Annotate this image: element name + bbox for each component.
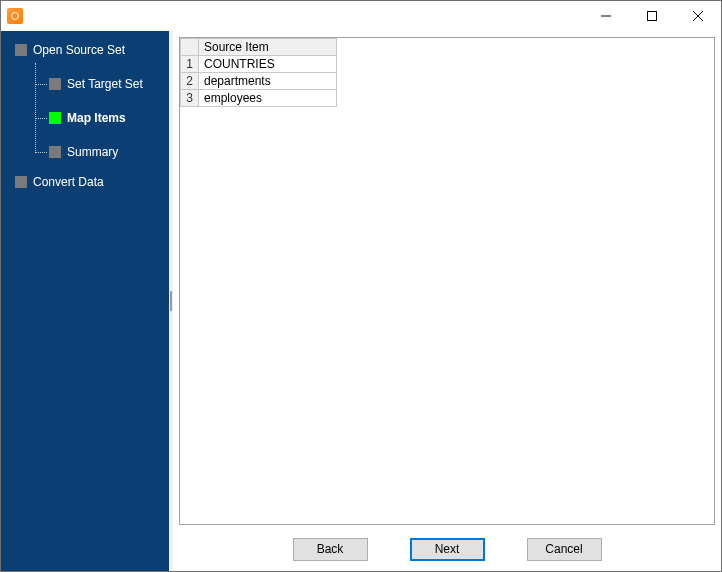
- step-node-icon: [15, 44, 27, 56]
- step-label: Summary: [67, 145, 118, 159]
- step-label: Convert Data: [33, 175, 104, 189]
- titlebar: [1, 1, 721, 31]
- source-items-grid[interactable]: Source Item 1COUNTRIES2departments3emplo…: [179, 37, 715, 525]
- step-node-icon: [49, 78, 61, 90]
- svg-rect-1: [648, 12, 657, 21]
- wizard-steps-sidebar: Open Source SetSet Target SetMap ItemsSu…: [1, 31, 169, 571]
- cancel-button[interactable]: Cancel: [527, 538, 602, 561]
- table-row[interactable]: 1COUNTRIES: [181, 56, 337, 73]
- close-icon: [693, 11, 703, 21]
- back-button[interactable]: Back: [293, 538, 368, 561]
- source-item-cell[interactable]: COUNTRIES: [199, 56, 337, 73]
- wizard-window: Open Source SetSet Target SetMap ItemsSu…: [0, 0, 722, 572]
- maximize-icon: [647, 11, 657, 21]
- row-number: 3: [181, 90, 199, 107]
- app-icon: [7, 8, 23, 24]
- wizard-step-open-source-set[interactable]: Open Source Set: [15, 39, 169, 61]
- close-button[interactable]: [675, 1, 721, 31]
- minimize-button[interactable]: [583, 1, 629, 31]
- source-item-cell[interactable]: employees: [199, 90, 337, 107]
- step-node-icon: [49, 112, 61, 124]
- table-row[interactable]: 3employees: [181, 90, 337, 107]
- step-label: Map Items: [67, 111, 126, 125]
- wizard-buttons: Back Next Cancel: [179, 525, 715, 565]
- wizard-step-set-target-set[interactable]: Set Target Set: [49, 73, 169, 95]
- source-item-cell[interactable]: departments: [199, 73, 337, 90]
- wizard-step-summary[interactable]: Summary: [49, 141, 169, 163]
- row-number: 2: [181, 73, 199, 90]
- step-node-icon: [15, 176, 27, 188]
- grid-corner: [181, 39, 199, 56]
- maximize-button[interactable]: [629, 1, 675, 31]
- main-panel: Source Item 1COUNTRIES2departments3emplo…: [173, 31, 721, 571]
- step-label: Set Target Set: [67, 77, 143, 91]
- wizard-step-map-items[interactable]: Map Items: [49, 107, 169, 129]
- wizard-step-convert-data[interactable]: Convert Data: [15, 171, 169, 193]
- step-label: Open Source Set: [33, 43, 125, 57]
- minimize-icon: [601, 11, 611, 21]
- table-row[interactable]: 2departments: [181, 73, 337, 90]
- next-button[interactable]: Next: [410, 538, 485, 561]
- step-node-icon: [49, 146, 61, 158]
- column-header-source-item[interactable]: Source Item: [199, 39, 337, 56]
- row-number: 1: [181, 56, 199, 73]
